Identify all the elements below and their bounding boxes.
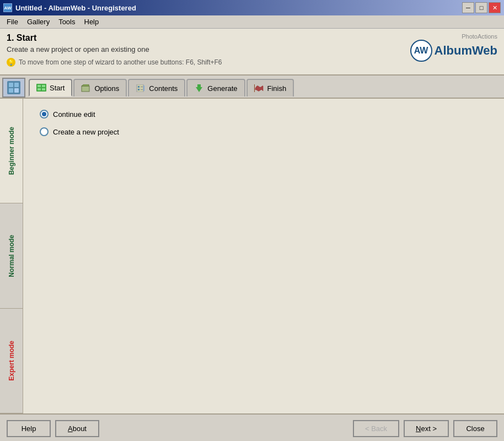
tab-finish[interactable]: Finish (246, 79, 294, 96)
logo-area: PhotoActions AW AlbumWeb (410, 33, 497, 62)
beginner-mode-label: Beginner mode (8, 127, 15, 175)
window-title: Untitled - AlbumWeb - Unregistered (15, 4, 136, 12)
menu-help[interactable]: Help (80, 17, 104, 27)
menu-tools[interactable]: Tools (54, 17, 79, 27)
header-area: 1. Start Create a new project or open an… (0, 29, 504, 76)
svg-rect-4 (14, 83, 19, 87)
tab-bar: Start Options Contents (0, 76, 504, 99)
tab-contents-label: Contents (149, 84, 178, 93)
svg-rect-9 (42, 85, 45, 87)
svg-rect-12 (82, 86, 89, 92)
radio-new-label: Create a new project (53, 128, 119, 136)
maximize-button[interactable]: □ (475, 2, 487, 13)
start-tab-icon (36, 83, 46, 92)
finish-tab-icon (254, 84, 264, 93)
tab-generate-label: Generate (207, 84, 237, 93)
beginner-mode-tab[interactable]: Beginner mode (0, 99, 23, 203)
menu-file[interactable]: File (2, 17, 23, 27)
contents-tab-icon (136, 84, 146, 93)
footer-right: < Back NNext >ext > Close (353, 420, 497, 437)
svg-text:AW: AW (4, 6, 12, 10)
svg-rect-3 (9, 83, 13, 87)
app-icon: AW (3, 3, 12, 12)
tip-text: To move from one step of wizard to anoth… (19, 58, 222, 66)
window-close-button[interactable]: ✕ (489, 2, 501, 13)
svg-rect-10 (37, 88, 41, 90)
radio-continue-label: Continue edit (53, 110, 95, 119)
title-bar: AW Untitled - AlbumWeb - Unregistered ─ … (0, 0, 504, 15)
logo-albumweb: AW AlbumWeb (410, 40, 497, 62)
side-modes: Beginner mode Normal mode Expert mode (0, 99, 23, 413)
normal-mode-label: Normal mode (8, 235, 15, 277)
generate-tab-icon (194, 84, 204, 93)
tab-start-label: Start (50, 84, 65, 92)
expert-mode-tab[interactable]: Expert mode (0, 309, 23, 413)
svg-rect-16 (138, 86, 140, 88)
svg-rect-17 (138, 89, 140, 90)
minimize-button[interactable]: ─ (462, 2, 474, 13)
tab-options-label: Options (94, 84, 119, 93)
svg-rect-6 (14, 88, 19, 93)
svg-rect-5 (9, 88, 13, 93)
close-button[interactable]: Close (453, 420, 497, 437)
tip-icon: 💡 (7, 58, 15, 67)
svg-rect-14 (137, 84, 143, 92)
title-bar-controls: ─ □ ✕ (462, 2, 501, 13)
menu-gallery[interactable]: Gallery (23, 17, 54, 27)
back-button[interactable]: < Back (353, 420, 399, 437)
svg-rect-8 (37, 85, 41, 87)
radio-continue-edit[interactable]: Continue edit (40, 110, 487, 119)
tab-finish-label: Finish (267, 84, 287, 93)
main-content: Beginner mode Normal mode Expert mode Co… (0, 99, 504, 413)
svg-marker-21 (196, 84, 202, 92)
footer-left: Help About (7, 420, 99, 437)
tab-logo-button[interactable] (2, 78, 25, 98)
radio-new-project[interactable]: Create a new project (40, 127, 487, 136)
tab-start[interactable]: Start (29, 79, 72, 96)
radio-continue-circle[interactable] (40, 110, 49, 119)
menu-bar: File Gallery Tools Help (0, 15, 504, 29)
footer: Help About < Back NNext >ext > Close (0, 413, 504, 441)
svg-rect-11 (42, 88, 45, 90)
about-button[interactable]: About (55, 420, 99, 437)
expert-mode-label: Expert mode (8, 341, 15, 381)
options-tab-icon (81, 84, 91, 93)
logo-photo-actions: PhotoActions (410, 33, 497, 40)
help-button[interactable]: Help (7, 420, 51, 437)
logo-aw-icon: AW (410, 40, 432, 62)
tab-options[interactable]: Options (73, 79, 127, 96)
svg-marker-13 (82, 84, 89, 86)
tab-generate[interactable]: Generate (186, 79, 245, 96)
radio-new-circle[interactable] (40, 127, 49, 136)
about-underline: About (68, 424, 87, 433)
content-panel: Continue edit Create a new project (23, 99, 504, 413)
svg-rect-20 (143, 85, 144, 91)
tab-contents[interactable]: Contents (128, 79, 185, 96)
next-button[interactable]: NNext >ext > (404, 420, 449, 437)
normal-mode-tab[interactable]: Normal mode (0, 203, 23, 308)
title-bar-left: AW Untitled - AlbumWeb - Unregistered (3, 3, 136, 12)
